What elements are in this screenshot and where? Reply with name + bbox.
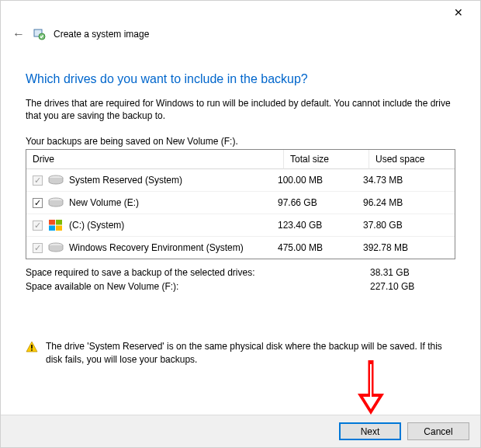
svg-rect-6 — [49, 226, 55, 231]
drive-label: System Reserved (System) — [69, 175, 182, 186]
drive-total-size: 123.40 GB — [278, 220, 363, 231]
next-button[interactable]: Next — [339, 422, 401, 440]
drive-icon — [47, 174, 64, 186]
annotation-arrow — [351, 356, 390, 418]
col-header-total[interactable]: Total size — [284, 150, 369, 169]
close-button[interactable]: ✕ — [443, 2, 474, 23]
wizard-footer: Next Cancel — [1, 415, 480, 447]
drive-label: Windows Recovery Environment (System) — [69, 242, 244, 253]
col-header-drive[interactable]: Drive — [26, 150, 284, 169]
drive-used-space: 96.24 MB — [363, 197, 448, 208]
table-row[interactable]: ✓Windows Recovery Environment (System)47… — [26, 237, 455, 259]
drive-icon — [47, 219, 64, 231]
drive-checkbox: ✓ — [33, 243, 43, 253]
table-row[interactable]: ✓(C:) (System)123.40 GB37.80 GB — [26, 214, 455, 237]
svg-rect-5 — [56, 220, 62, 225]
drive-total-size: 475.00 MB — [278, 242, 363, 253]
drive-icon — [47, 196, 64, 209]
page-heading: Which drives do you want to include in t… — [26, 72, 455, 86]
table-header: Drive Total size Used space — [26, 150, 455, 169]
drive-label: New Volume (E:) — [69, 197, 139, 208]
content-area: Which drives do you want to include in t… — [1, 72, 480, 366]
drive-checkbox: ✓ — [33, 221, 43, 231]
col-header-used[interactable]: Used space — [369, 150, 455, 169]
cancel-button[interactable]: Cancel — [407, 422, 469, 440]
space-available-value: 227.10 GB — [370, 281, 455, 292]
drive-total-size: 97.66 GB — [278, 197, 363, 208]
drive-checkbox: ✓ — [33, 175, 43, 186]
svg-rect-7 — [56, 226, 62, 231]
table-row[interactable]: ✓New Volume (E:)97.66 GB96.24 MB — [26, 192, 455, 214]
svg-marker-13 — [363, 397, 379, 409]
space-required-label: Space required to save a backup of the s… — [26, 267, 370, 278]
drive-table: Drive Total size Used space ✓System Rese… — [26, 149, 455, 259]
save-location-text: Your backups are being saved on New Volu… — [26, 136, 455, 147]
drive-checkbox[interactable]: ✓ — [33, 198, 43, 208]
drive-used-space: 392.78 MB — [363, 242, 448, 253]
drive-total-size: 100.00 MB — [278, 175, 363, 186]
warning-panel: The drive 'System Reserved' is on the sa… — [26, 340, 455, 365]
space-available-label: Space available on New Volume (F:): — [26, 281, 370, 292]
svg-rect-4 — [49, 220, 55, 225]
warning-icon — [26, 341, 38, 353]
app-icon — [33, 28, 46, 40]
summary: Space required to save a backup of the s… — [26, 266, 455, 293]
space-required-value: 38.31 GB — [370, 267, 455, 278]
svg-rect-9 — [31, 345, 33, 349]
table-row[interactable]: ✓System Reserved (System)100.00 MB34.73 … — [26, 169, 455, 192]
drive-icon — [47, 241, 64, 254]
svg-rect-10 — [31, 349, 33, 351]
drive-used-space: 37.80 GB — [363, 220, 448, 231]
titlebar: ✕ — [1, 1, 480, 24]
wizard-title: Create a system image — [54, 29, 149, 40]
page-description: The drives that are required for Windows… — [26, 97, 455, 122]
drive-used-space: 34.73 MB — [363, 175, 448, 186]
back-button[interactable]: ← — [12, 27, 26, 41]
wizard-header: ← Create a system image — [1, 24, 480, 50]
svg-marker-12 — [358, 394, 384, 415]
warning-text: The drive 'System Reserved' is on the sa… — [46, 340, 455, 365]
drive-label: (C:) (System) — [69, 220, 124, 231]
